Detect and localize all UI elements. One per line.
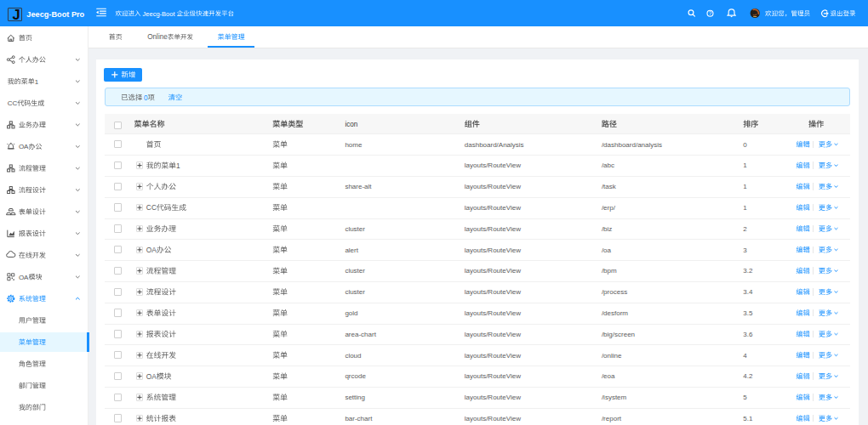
svg-text:Jeecg-Boot: Jeecg-Boot (143, 10, 176, 18)
svg-text:1: 1 (743, 162, 747, 169)
svg-text:1: 1 (743, 183, 747, 190)
svg-text:A: A (151, 246, 157, 254)
svg-text:1: 1 (176, 162, 180, 170)
svg-text:/bpm: /bpm (602, 267, 617, 275)
svg-text:layouts/RouteView: layouts/RouteView (465, 204, 521, 212)
svg-text:Online: Online (147, 33, 168, 41)
svg-text:layouts/RouteView: layouts/RouteView (465, 372, 521, 380)
svg-text:layouts/RouteView: layouts/RouteView (465, 331, 521, 338)
svg-text:A: A (151, 372, 157, 381)
svg-text:/online: /online (602, 352, 622, 360)
svg-text:cluster: cluster (345, 267, 365, 275)
svg-text:/abc: /abc (602, 162, 614, 169)
svg-text:setting: setting (345, 394, 365, 401)
svg-text:/desform: /desform (602, 309, 628, 317)
svg-text:4: 4 (743, 352, 747, 360)
svg-text:?: ? (709, 10, 712, 16)
svg-text:qrcode: qrcode (345, 372, 366, 380)
svg-text:3.5: 3.5 (743, 309, 753, 317)
svg-text:icon: icon (345, 121, 357, 128)
svg-text:/eoa: /eoa (602, 372, 615, 380)
svg-text:2: 2 (743, 225, 747, 233)
svg-text:layouts/RouteView: layouts/RouteView (465, 394, 521, 401)
svg-text:4.2: 4.2 (743, 372, 753, 380)
svg-text:A: A (24, 143, 29, 150)
svg-text:3.6: 3.6 (743, 331, 753, 338)
svg-text:Jeecg-Boot Pro: Jeecg-Boot Pro (26, 10, 84, 19)
svg-text:layouts/RouteView: layouts/RouteView (465, 183, 521, 190)
svg-text:layouts/RouteView: layouts/RouteView (465, 225, 521, 233)
svg-text:/process: /process (602, 288, 627, 296)
svg-text:area-chart: area-chart (345, 331, 376, 338)
svg-text:layouts/RouteView: layouts/RouteView (465, 162, 521, 169)
svg-text:/biz: /biz (602, 225, 612, 233)
svg-text:J: J (12, 7, 20, 22)
svg-text:/report: /report (602, 415, 622, 422)
svg-text:layouts/RouteView: layouts/RouteView (465, 246, 521, 254)
svg-text:0: 0 (144, 94, 148, 102)
svg-text:3.2: 3.2 (743, 267, 753, 275)
svg-text:layouts/RouteView: layouts/RouteView (465, 415, 521, 422)
svg-text:C: C (151, 203, 157, 212)
svg-text:/oa: /oa (602, 246, 612, 254)
svg-text:C: C (13, 99, 18, 107)
svg-text:1: 1 (35, 78, 39, 86)
svg-text:cluster: cluster (345, 225, 365, 233)
svg-text:5: 5 (743, 394, 747, 401)
svg-text:/erp/: /erp/ (602, 204, 616, 212)
svg-text:5.1: 5.1 (743, 415, 753, 422)
svg-text:3: 3 (743, 246, 747, 254)
svg-text:alert: alert (345, 246, 358, 254)
svg-text:0: 0 (743, 141, 747, 149)
svg-text:dashboard/Analysis: dashboard/Analysis (465, 141, 524, 149)
svg-text:bar-chart: bar-chart (345, 415, 373, 422)
svg-text:A: A (24, 274, 29, 281)
svg-text:/dashboard/analysis: /dashboard/analysis (602, 141, 662, 149)
svg-text:home: home (345, 141, 363, 149)
svg-text:/task: /task (602, 183, 617, 190)
svg-text:gold: gold (345, 309, 357, 317)
svg-text:share-alt: share-alt (345, 183, 372, 190)
svg-text:layouts/RouteView: layouts/RouteView (465, 288, 521, 296)
svg-text:3.4: 3.4 (743, 288, 753, 296)
svg-text:layouts/RouteView: layouts/RouteView (465, 309, 521, 317)
svg-text:layouts/RouteView: layouts/RouteView (465, 352, 521, 360)
svg-text:layouts/RouteView: layouts/RouteView (465, 267, 521, 275)
svg-text:cloud: cloud (345, 352, 361, 360)
svg-text:/isystem: /isystem (602, 394, 627, 401)
svg-text:/big/screen: /big/screen (602, 331, 635, 338)
svg-text:cluster: cluster (345, 288, 365, 296)
svg-text:1: 1 (743, 204, 747, 212)
